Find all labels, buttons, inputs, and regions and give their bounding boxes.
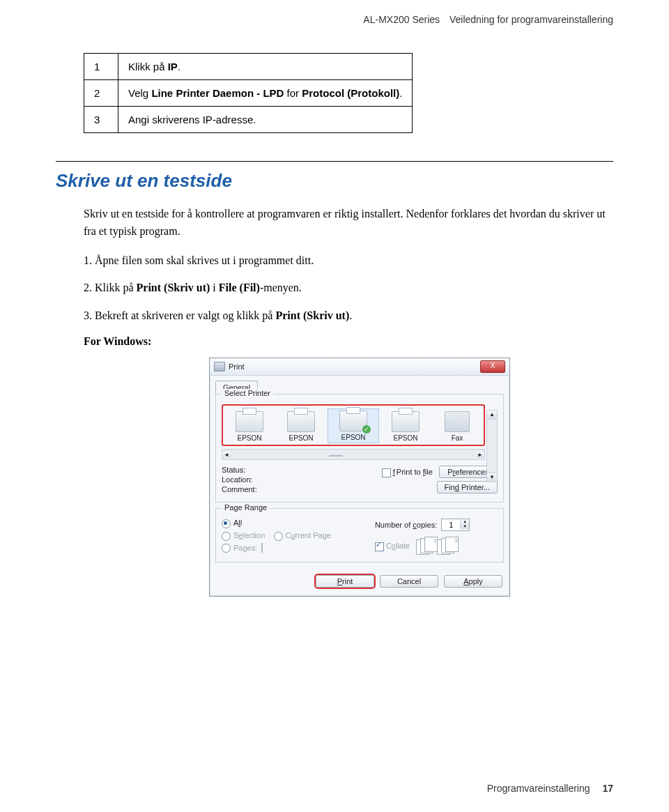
for-windows-label: For Windows:: [84, 335, 613, 348]
list-item: 3. Bekreft at skriveren er valgt og klik…: [84, 307, 613, 325]
step-text: Angi skriverens IP-adresse.: [118, 107, 413, 133]
apply-button[interactable]: Apply: [444, 575, 502, 588]
footer-page-number: 17: [602, 783, 613, 794]
page-header: AL-MX200 Series Veiledning for programva…: [56, 14, 613, 25]
collate-icon: 1 2 3 1 2 3: [416, 538, 458, 555]
group-label: Page Range: [222, 503, 270, 512]
collate-checkbox[interactable]: [375, 542, 384, 551]
close-button[interactable]: X: [480, 360, 505, 373]
radio-current-page[interactable]: [274, 532, 283, 541]
find-printer-button[interactable]: Find Printer...: [437, 481, 498, 493]
horizontal-scrollbar[interactable]: ◄ ►: [222, 449, 485, 460]
radio-pages[interactable]: [222, 544, 231, 553]
copies-label: Number of copies:: [375, 521, 437, 529]
copies-input[interactable]: [442, 519, 460, 530]
radio-selection-label: Selection: [233, 531, 265, 539]
scroll-down-icon[interactable]: ▼: [487, 473, 497, 482]
step-text: Velg Line Printer Daemon - LPD for Proto…: [118, 80, 413, 107]
table-row: 2 Velg Line Printer Daemon - LPD for Pro…: [84, 80, 413, 107]
section-heading: Skrive ut en testside: [56, 170, 613, 192]
print-dialog: Print X General Select Printer ▲ ▼ EPSON…: [209, 358, 510, 597]
list-item: 2. Klikk på Print (Skriv ut) i File (Fil…: [84, 279, 613, 297]
header-doc-title: Veiledning for programvareinstallering: [449, 14, 613, 25]
status-label: Status:: [222, 466, 245, 474]
page-range-group: Page Range All Selection Current Page Pa…: [215, 508, 504, 562]
dialog-title: Print: [229, 362, 245, 371]
printer-item-selected[interactable]: EPSON: [328, 408, 379, 443]
section-divider: [56, 161, 613, 162]
page-footer: Programvareinstallering 17: [487, 783, 613, 794]
table-row: 1 Klikk på IP.: [84, 54, 413, 80]
intro-paragraph: Skriv ut en testside for å kontrollere a…: [84, 206, 613, 240]
printer-item[interactable]: EPSON: [276, 410, 326, 443]
dialog-titlebar[interactable]: Print X: [210, 358, 509, 376]
printer-icon: [214, 362, 225, 371]
print-to-file-checkbox[interactable]: [382, 468, 391, 477]
select-printer-group: Select Printer ▲ ▼ EPSON EPSON EPSON EPS…: [215, 394, 504, 503]
printer-selection-row: EPSON EPSON EPSON EPSON Fax: [222, 404, 485, 446]
printer-item[interactable]: EPSON: [224, 410, 275, 443]
step-number: 1: [84, 54, 118, 80]
vertical-scrollbar[interactable]: ▲ ▼: [486, 410, 498, 482]
cancel-button[interactable]: Cancel: [380, 575, 438, 588]
scroll-left-icon[interactable]: ◄: [222, 452, 231, 458]
step-number: 3: [84, 107, 118, 133]
radio-current-page-label: Current Page: [286, 531, 331, 539]
printer-item[interactable]: Fax: [432, 410, 482, 443]
scroll-thumb[interactable]: [329, 455, 343, 457]
location-label: Location:: [222, 475, 253, 484]
list-item: 1. Åpne filen som skal skrives ut i prog…: [84, 252, 613, 270]
comment-label: Comment:: [222, 485, 257, 493]
table-row: 3 Angi skriverens IP-adresse.: [84, 107, 413, 133]
pages-input[interactable]: [261, 543, 263, 553]
copies-spinner[interactable]: ▲▼: [441, 519, 470, 531]
radio-pages-label: Pages:: [233, 544, 257, 552]
radio-selection[interactable]: [222, 532, 231, 541]
print-to-file-full: Print to file: [397, 468, 433, 476]
radio-all-label: All: [233, 519, 242, 527]
radio-all[interactable]: [222, 519, 231, 528]
step-text: Klikk på IP.: [118, 54, 413, 80]
steps-table: 1 Klikk på IP. 2 Velg Line Printer Daemo…: [84, 53, 413, 133]
print-button[interactable]: Print: [316, 575, 374, 588]
numbered-list: 1. Åpne filen som skal skrives ut i prog…: [84, 252, 613, 325]
header-model: AL-MX200 Series: [363, 14, 440, 25]
printer-item[interactable]: EPSON: [380, 410, 431, 443]
dialog-button-row: Print Cancel Apply: [210, 568, 509, 596]
spinner-arrows-icon[interactable]: ▲▼: [460, 519, 469, 529]
print-to-file-label: f: [393, 468, 395, 476]
scroll-up-icon[interactable]: ▲: [487, 411, 497, 420]
scroll-right-icon[interactable]: ►: [476, 452, 484, 458]
step-number: 2: [84, 80, 118, 107]
collate-label: Collate: [386, 542, 410, 550]
group-label: Select Printer: [222, 389, 273, 397]
footer-section: Programvareinstallering: [487, 783, 590, 794]
